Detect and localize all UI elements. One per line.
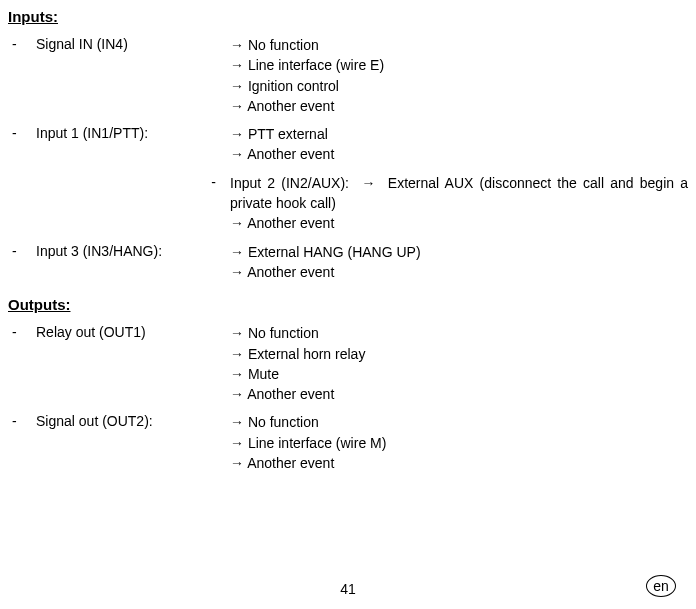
arrow-icon: → — [230, 435, 244, 451]
arrow-icon: → — [230, 455, 244, 471]
arrow-icon: → — [230, 386, 244, 402]
arrow-icon: → — [230, 37, 244, 53]
value-text: No function — [248, 37, 319, 53]
bullet: - — [8, 35, 36, 55]
input-label: Signal IN (IN4) — [36, 35, 230, 55]
output-item-relay-out: - Relay out (OUT1) → No function → Exter… — [8, 323, 688, 404]
output-values: → No function → Line interface (wire M) … — [230, 412, 688, 473]
bullet: - — [8, 412, 36, 432]
value-text: Another event — [247, 264, 334, 280]
value-text: Another event — [247, 386, 334, 402]
input-label: Input 3 (IN3/HANG): — [36, 242, 230, 262]
arrow-icon: → — [230, 264, 244, 280]
input-item-input1: - Input 1 (IN1/PTT): → PTT external → An… — [8, 124, 688, 165]
output-label: Relay out (OUT1) — [36, 323, 230, 343]
input-item-input3: - Input 3 (IN3/HANG): → External HANG (H… — [8, 242, 688, 283]
value-text: Another event — [247, 146, 334, 162]
input-values: → External HANG (HANG UP) → Another even… — [230, 242, 688, 283]
input-values: → PTT external → Another event — [230, 124, 688, 165]
value-text: Another event — [247, 215, 334, 231]
page-footer: 41 en — [0, 581, 696, 597]
arrow-icon: → — [230, 244, 244, 260]
bullet: - — [8, 124, 36, 144]
arrow-icon: → — [230, 414, 244, 430]
sub-label: Input 2 (IN2/AUX): — [230, 175, 349, 191]
inputs-header: Inputs: — [8, 8, 688, 25]
output-item-signal-out: - Signal out (OUT2): → No function → Lin… — [8, 412, 688, 473]
output-label: Signal out (OUT2): — [36, 412, 230, 432]
arrow-icon: → — [230, 346, 244, 362]
arrow-icon: → — [230, 325, 244, 341]
arrow-icon: → — [230, 57, 244, 73]
arrow-icon: → — [230, 126, 244, 142]
bullet: - — [8, 173, 230, 193]
output-values: → No function → External horn relay → Mu… — [230, 323, 688, 404]
value-text: No function — [248, 325, 319, 341]
input-values: Input 2 (IN2/AUX): → External AUX (disco… — [230, 173, 688, 234]
value-text: Line interface (wire E) — [248, 57, 384, 73]
value-text: External HANG (HANG UP) — [248, 244, 421, 260]
value-text: No function — [248, 414, 319, 430]
value-text: Ignition control — [248, 78, 339, 94]
bullet: - — [8, 242, 36, 262]
input-item-input2-sub: - Input 2 (IN2/AUX): → External AUX (dis… — [8, 173, 688, 234]
value-text: Another event — [247, 98, 334, 114]
page-number: 41 — [340, 581, 356, 597]
value-text: Mute — [248, 366, 279, 382]
value-text: Line interface (wire M) — [248, 435, 387, 451]
value-text: Another event — [247, 455, 334, 471]
input-label: Input 1 (IN1/PTT): — [36, 124, 230, 144]
input-item-signal-in: - Signal IN (IN4) → No function → Line i… — [8, 35, 688, 116]
arrow-icon: → — [230, 366, 244, 382]
value-text: External horn relay — [248, 346, 366, 362]
value-text: PTT external — [248, 126, 328, 142]
outputs-header: Outputs: — [8, 296, 688, 313]
arrow-icon: → — [230, 78, 244, 94]
bullet: - — [8, 323, 36, 343]
arrow-icon: → — [230, 146, 244, 162]
arrow-icon: → — [230, 98, 244, 114]
arrow-icon: → — [230, 215, 244, 231]
input-values: → No function → Line interface (wire E) … — [230, 35, 688, 116]
arrow-icon: → — [361, 175, 375, 191]
language-badge: en — [646, 575, 676, 597]
